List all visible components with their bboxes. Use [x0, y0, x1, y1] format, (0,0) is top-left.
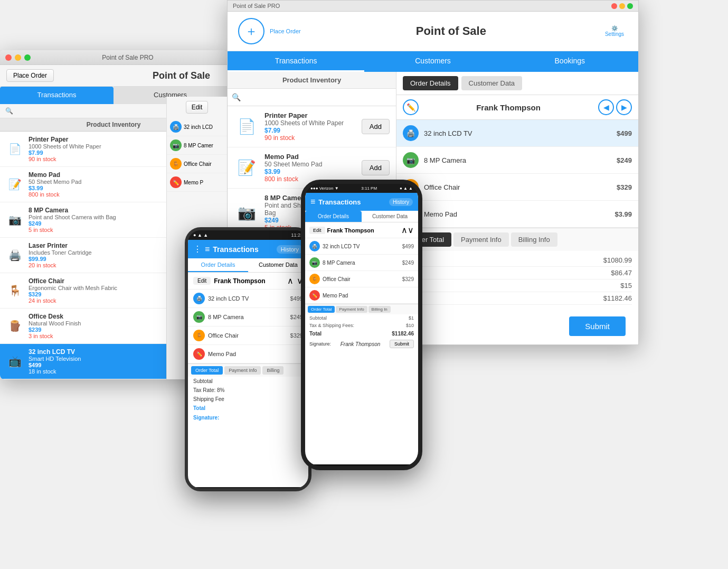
total-value: $1182.46 — [392, 331, 414, 337]
order-icon: ✏️ — [193, 348, 205, 360]
mac-close-btn[interactable] — [5, 54, 12, 61]
iphone-tab-payment[interactable]: Payment Info — [336, 306, 367, 313]
mac-minimize-btn[interactable] — [15, 54, 21, 61]
android-phone: ● ▲ ▲ 11:23 ⋮ ≡ Transactions History Ord… — [185, 227, 311, 491]
order-name: 8 MP Camera — [208, 314, 287, 320]
add-product-button[interactable]: Add — [362, 160, 390, 175]
product-info: Printer Paper 1000 Sheets of White Paper… — [264, 111, 356, 142]
subtotal-label: Subtotal — [193, 378, 213, 384]
nav-tab-customers[interactable]: Customers — [364, 51, 501, 72]
android-tab-payment[interactable]: Payment Info — [224, 366, 261, 375]
android-tab-total[interactable]: Order Total — [191, 366, 223, 375]
order-item-icon: 🪑 — [170, 158, 182, 170]
edit-icon[interactable]: ✏️ — [403, 99, 419, 115]
shipping-label: Shipping Fee — [193, 396, 224, 402]
android-content: ⋮ ≡ Transactions History Order Details C… — [188, 240, 308, 487]
order-item-name: Memo Pad — [424, 210, 609, 218]
menu-icon[interactable]: ⋮ — [193, 244, 202, 254]
mac-edit-button[interactable]: Edit — [186, 101, 209, 114]
next-arrow[interactable]: ▶ — [616, 99, 632, 115]
order-item-name: Office Chair — [184, 161, 212, 167]
iphone-signature-row: Signature: Frank Thompson Submit — [305, 338, 418, 350]
mac-tab-transactions[interactable]: Transactions — [0, 87, 114, 104]
tax-value: $10 — [406, 323, 414, 328]
iphone-bottom-tabs: Order Total Payment Info Billing In — [305, 304, 418, 314]
order-item-name: 32 inch LCD — [184, 124, 213, 130]
android-header: ⋮ ≡ Transactions History — [188, 240, 308, 258]
tab-customer-data[interactable]: Customer Data — [461, 76, 522, 90]
pos-order-panel: Order Details Customer Data ✏️ Frank Tho… — [396, 72, 638, 344]
pos-close-btn[interactable] — [611, 3, 617, 9]
order-name: Office Chair — [208, 332, 287, 339]
settings-icon-area[interactable]: ⚙️ Settings — [601, 18, 628, 44]
iphone-tabs: Order Details Customer Data — [305, 211, 418, 222]
android-tab-billing[interactable]: Billing — [262, 366, 283, 375]
tab-payment-info[interactable]: Payment Info — [453, 232, 509, 247]
tab-order-details[interactable]: Order Details — [403, 76, 458, 90]
settings-label: Settings — [605, 31, 624, 37]
order-item-icon: 📷 — [170, 139, 182, 151]
hamburger-icon[interactable]: ≡ — [205, 245, 210, 254]
order-item-icon: ✏️ — [170, 176, 182, 188]
iphone-edit-button[interactable]: Edit — [309, 227, 325, 234]
iphone-menu-icon[interactable]: ≡ — [310, 197, 315, 207]
product-image: 📷 — [234, 200, 259, 226]
total-value: $1182.46 — [590, 294, 632, 302]
signature-label: Signature: — [309, 341, 331, 347]
mac-place-order-button[interactable]: Place Order — [6, 69, 54, 82]
iphone-chevron-down: ∨ — [408, 225, 414, 235]
signature-value: Frank Thompson — [341, 341, 381, 347]
chevron-up-icon: ∧ — [287, 276, 294, 286]
iphone-history-button[interactable]: History — [389, 198, 413, 206]
pos-bottom-tabs: Order Total Payment Info Billing Info — [396, 228, 638, 251]
total-label: Total — [309, 331, 322, 337]
prev-arrow[interactable]: ◀ — [598, 99, 614, 115]
order-price: $249 — [402, 260, 414, 266]
android-edit-button[interactable]: Edit — [193, 277, 211, 285]
place-order-icon[interactable]: ＋ — [238, 18, 264, 44]
nav-tab-transactions[interactable]: Transactions — [228, 51, 364, 72]
subtotal-value: $1 — [409, 315, 414, 321]
list-item: ✏️ Memo Pad — [305, 287, 418, 304]
order-item-price: $499 — [617, 129, 632, 137]
product-image: 📄 — [5, 139, 24, 158]
product-image: 🖨️ — [5, 246, 24, 265]
add-product-button[interactable]: Add — [362, 119, 390, 134]
iphone-customer-name: Frank Thompson — [327, 227, 401, 234]
order-icon: ✏️ — [309, 290, 320, 301]
order-item-name: Office Chair — [424, 183, 611, 191]
subtotal-row: $1080.99 — [403, 254, 632, 267]
product-price: $7.99 — [264, 127, 356, 134]
list-item: 📄 Printer Paper 1000 Sheets of White Pap… — [228, 106, 396, 147]
order-icon: 🖨️ — [193, 293, 205, 304]
product-image: 📝 — [5, 175, 24, 194]
mac-app-title: Point of Sale — [54, 70, 221, 81]
iphone-submit-button[interactable]: Submit — [390, 340, 414, 348]
tab-billing-info[interactable]: Billing Info — [511, 232, 557, 247]
iphone-total-row: Total $1182.46 — [305, 329, 418, 338]
order-price: $329 — [402, 276, 414, 282]
iphone-tab-billing[interactable]: Billing In — [368, 306, 391, 313]
list-item: 📷 8 MP Camera $249 — [396, 147, 638, 174]
mac-maximize-btn[interactable] — [24, 54, 31, 61]
iphone-content: ≡ Transactions History Order Details Cus… — [305, 193, 418, 464]
iphone-tab-customer-data[interactable]: Customer Data — [362, 211, 418, 222]
iphone-tab-total[interactable]: Order Total — [308, 306, 335, 313]
iphone-tab-order-details[interactable]: Order Details — [305, 211, 362, 222]
pos-customer-header: ✏️ Frank Thompson ◀ ▶ — [396, 95, 638, 120]
pos-maximize-btn[interactable] — [627, 3, 633, 9]
list-item: 📷 8 MP Camer — [167, 136, 227, 155]
submit-button[interactable]: Submit — [569, 316, 626, 336]
order-item-icon: 🖨️ — [403, 125, 419, 141]
iphone-time: 3:11 PM — [361, 186, 377, 191]
nav-tab-bookings[interactable]: Bookings — [502, 51, 638, 72]
order-name: 8 MP Camera — [323, 260, 400, 266]
pos-minimize-btn[interactable] — [619, 3, 625, 9]
android-customer-name: Frank Thompson — [214, 277, 284, 285]
android-tab-customer-data[interactable]: Customer Data — [248, 258, 308, 272]
product-name: Memo Pad — [264, 153, 356, 161]
android-tax-row: Tax Rate: 8% — [188, 386, 308, 395]
mac-titlebar: Point of Sale PRO — [0, 50, 227, 65]
history-button[interactable]: History — [277, 245, 303, 254]
android-tab-order-details[interactable]: Order Details — [188, 258, 248, 272]
